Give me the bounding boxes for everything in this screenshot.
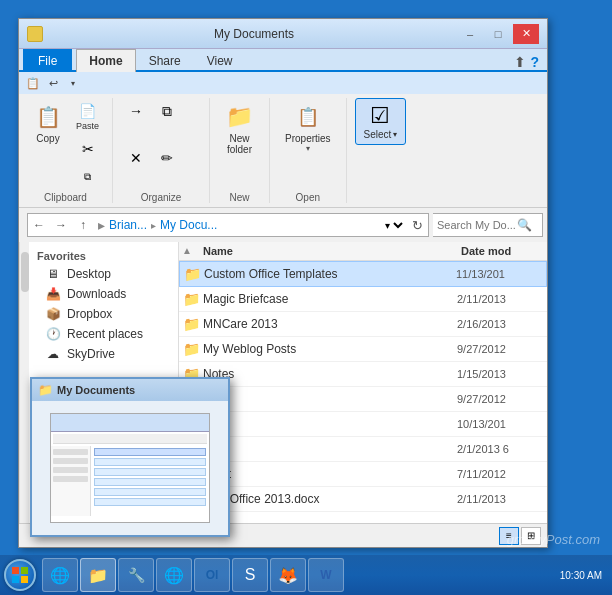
col-name[interactable]: Name: [195, 245, 457, 257]
qa-dropdown-btn[interactable]: ▾: [65, 75, 81, 91]
file-row-6[interactable]: 📄 .rdp 10/13/201: [179, 412, 547, 437]
tab-home[interactable]: Home: [76, 49, 135, 72]
watermark: groovyPost.com: [507, 532, 600, 547]
minimize-button[interactable]: –: [457, 24, 483, 44]
cut-button[interactable]: ✂: [71, 136, 104, 162]
taskbar-browser2-button[interactable]: 🌐: [156, 558, 192, 592]
breadcrumb-current[interactable]: My Docu...: [160, 218, 217, 232]
file-row-2[interactable]: 📁 MNCare 2013 2/16/2013: [179, 312, 547, 337]
paste-button[interactable]: 📄 Paste: [71, 98, 104, 134]
move-to-button[interactable]: →: [121, 98, 151, 124]
sidebar-item-recent[interactable]: 🕐 Recent places: [29, 324, 178, 344]
taskbar-skype-button[interactable]: S: [232, 558, 268, 592]
sidebar-item-downloads[interactable]: 📥 Downloads: [29, 284, 178, 304]
new-folder-icon: 📁: [226, 103, 254, 131]
ribbon-group-open: 📋 Properties ▾ Open: [270, 98, 347, 203]
move-icon: →: [126, 101, 146, 121]
help-icon[interactable]: ⬆: [514, 54, 526, 70]
thumbnail-title: 📁 My Documents: [32, 379, 228, 401]
file-row-5[interactable]: 📁 9/27/2012: [179, 387, 547, 412]
tab-share[interactable]: Share: [136, 49, 194, 72]
select-group-label: [379, 192, 382, 203]
file-list-header: ▲ Name Date mod: [179, 242, 547, 261]
address-dropdown[interactable]: ▾: [381, 219, 406, 232]
forward-button[interactable]: →: [50, 214, 72, 236]
sidebar-item-desktop[interactable]: 🖥 Desktop: [29, 264, 178, 284]
file-icon-2: 📁: [179, 316, 203, 332]
close-button[interactable]: ✕: [513, 24, 539, 44]
file-row-9[interactable]: 📄 s for Office 2013.docx 2/11/2013: [179, 487, 547, 512]
ribbon-group-new: 📁 Newfolder New: [210, 98, 270, 203]
taskbar-outlook-button[interactable]: Ol: [194, 558, 230, 592]
taskbar-firefox-button[interactable]: 🦊: [270, 558, 306, 592]
file-name-3: My Weblog Posts: [203, 342, 457, 356]
shortcut-button[interactable]: ⧉: [71, 164, 104, 190]
rename-button[interactable]: ✏: [152, 145, 182, 171]
copy-button[interactable]: 📋 Copy: [27, 98, 69, 149]
delete-button[interactable]: ✕: [121, 145, 151, 171]
copy-to-button[interactable]: ⧉: [152, 98, 182, 124]
taskbar-ie-button[interactable]: 🌐: [42, 558, 78, 592]
file-row-1[interactable]: 📁 Magic Briefcase 2/11/2013: [179, 287, 547, 312]
thumb-sidebar-item: [53, 476, 88, 482]
thumbnail-inner: [50, 413, 210, 523]
breadcrumb-path: ▸ Brian... ▸ My Docu...: [94, 217, 381, 233]
file-date-9: 2/11/2013: [457, 493, 547, 505]
taskbar-explorer-button[interactable]: 📁: [80, 558, 116, 592]
sidebar-label-desktop: Desktop: [67, 267, 111, 281]
refresh-button[interactable]: ↻: [406, 214, 428, 236]
back-button[interactable]: ←: [28, 214, 50, 236]
shortcut-icon: ⧉: [78, 167, 98, 187]
info-icon[interactable]: ?: [530, 54, 539, 70]
sidebar-item-dropbox[interactable]: 📦 Dropbox: [29, 304, 178, 324]
new-folder-button[interactable]: 📁 Newfolder: [219, 98, 261, 160]
start-button[interactable]: [4, 559, 36, 591]
col-date[interactable]: Date mod: [457, 245, 547, 257]
properties-dropdown[interactable]: ▾: [306, 144, 310, 153]
taskbar-settings-button[interactable]: 🔧: [118, 558, 154, 592]
file-name-2: MNCare 2013: [203, 317, 457, 331]
maximize-button[interactable]: □: [485, 24, 511, 44]
qa-properties-btn[interactable]: 📋: [25, 75, 41, 91]
downloads-icon: 📥: [45, 287, 61, 301]
thumb-sidebar: [51, 446, 91, 516]
file-row-0[interactable]: 📁 Custom Office Templates 11/13/201: [179, 261, 547, 287]
search-input[interactable]: [437, 219, 517, 231]
skydrive-icon: ☁: [45, 347, 61, 361]
thumb-file-row: [94, 468, 206, 476]
svg-rect-3: [21, 576, 28, 583]
svg-rect-1: [21, 567, 28, 574]
sidebar-scrollbar[interactable]: [19, 242, 29, 523]
select-buttons: ☑ Select ▾: [355, 98, 407, 190]
file-date-0: 11/13/201: [456, 268, 546, 280]
select-button[interactable]: ☑ Select ▾: [355, 98, 407, 145]
search-icon[interactable]: 🔍: [517, 218, 532, 232]
search-box: 🔍: [433, 213, 543, 237]
thumb-sidebar-item: [53, 449, 88, 455]
taskbar-word-button[interactable]: W: [308, 558, 344, 592]
sidebar-item-skydrive[interactable]: ☁ SkyDrive: [29, 344, 178, 364]
file-row-4[interactable]: 📁 Notes 1/15/2013: [179, 362, 547, 387]
system-tray: 10:30 AM: [554, 570, 608, 581]
svg-rect-0: [12, 567, 19, 574]
file-name-7: .txt: [203, 442, 457, 456]
file-row-3[interactable]: 📁 My Weblog Posts 9/27/2012: [179, 337, 547, 362]
file-row-8[interactable]: 📄 ile.txt 7/11/2012: [179, 462, 547, 487]
window-title: My Documents: [51, 27, 457, 41]
tab-view[interactable]: View: [194, 49, 246, 72]
qa-undo-btn[interactable]: ↩: [45, 75, 61, 91]
up-button[interactable]: ↑: [72, 214, 94, 236]
file-date-5: 9/27/2012: [457, 393, 547, 405]
sidebar-label-skydrive: SkyDrive: [67, 347, 115, 361]
file-date-8: 7/11/2012: [457, 468, 547, 480]
thumbnail-popup[interactable]: 📁 My Documents: [30, 377, 230, 537]
properties-label: Properties: [285, 133, 331, 144]
file-row-7[interactable]: 📄 .txt 2/1/2013 6: [179, 437, 547, 462]
ribbon-group-select: ☑ Select ▾: [347, 98, 415, 203]
organize-buttons: → ⧉ ✕ ✏: [121, 98, 201, 190]
sort-arrow: ▲: [179, 245, 195, 257]
tab-file[interactable]: File: [23, 49, 72, 72]
breadcrumb-parent[interactable]: Brian...: [109, 218, 147, 232]
properties-button[interactable]: 📋 Properties ▾: [278, 98, 338, 158]
sidebar-scroll-thumb[interactable]: [21, 252, 29, 292]
